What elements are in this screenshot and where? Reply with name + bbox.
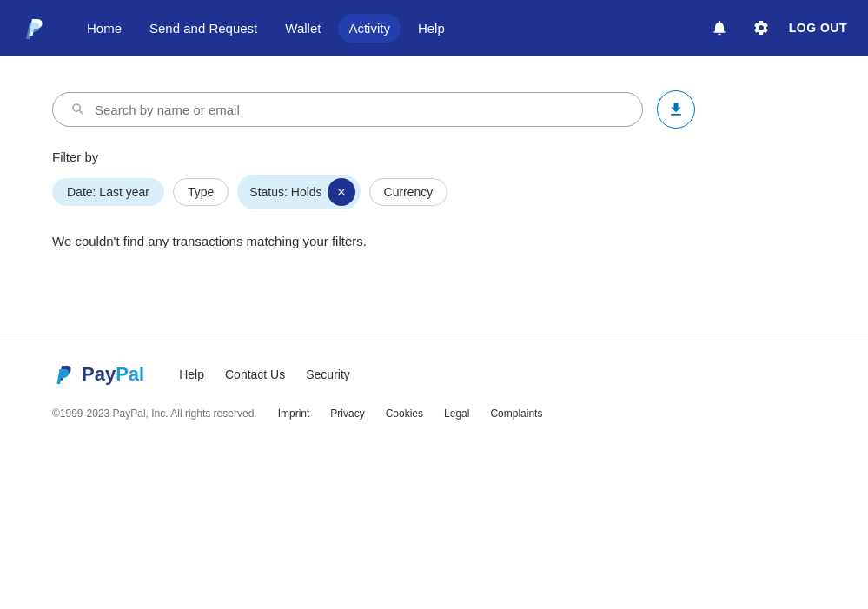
search-icon [70,102,86,117]
chip-type[interactable]: Type [173,178,229,206]
no-results-message: We couldn't find any transactions matchi… [52,234,816,248]
footer-link-security[interactable]: Security [306,367,350,381]
footer-cookies[interactable]: Cookies [386,407,423,420]
filter-chips: Date: Last year Type Status: Holds Curre… [52,175,816,209]
download-icon [667,101,685,118]
paypal-logo-icon [52,362,76,387]
nav-logo [21,14,49,42]
filter-label: Filter by [52,149,816,164]
nav-link-help[interactable]: Help [407,14,455,43]
chip-status-label: Status: Holds [249,185,321,199]
search-input[interactable] [95,103,625,117]
chip-status-group: Status: Holds [237,175,360,209]
chip-date[interactable]: Date: Last year [52,178,164,206]
nav-link-send-request[interactable]: Send and Request [139,14,268,43]
footer-privacy[interactable]: Privacy [330,407,364,420]
nav-right: LOG OUT [706,14,847,42]
copyright-text: ©1999-2023 PayPal, Inc. All rights reser… [52,407,257,420]
navbar: Home Send and Request Wallet Activity He… [0,0,868,56]
nav-link-home[interactable]: Home [76,14,132,43]
footer-legal[interactable]: Legal [444,407,469,420]
download-button[interactable] [657,90,695,129]
footer-link-contact[interactable]: Contact Us [225,367,285,381]
chip-currency[interactable]: Currency [369,178,448,206]
nav-link-wallet[interactable]: Wallet [275,14,331,43]
footer-complaints[interactable]: Complaints [490,407,542,420]
footer-links: Help Contact Us Security [179,367,350,381]
main-content: Filter by Date: Last year Type Status: H… [0,56,868,334]
footer-top: PayPal Help Contact Us Security [52,362,816,387]
search-bar-wrapper [52,92,643,127]
footer: PayPal Help Contact Us Security ©1999-20… [0,334,868,447]
footer-logo: PayPal [52,362,144,387]
settings-icon[interactable] [747,14,775,42]
close-icon [335,186,348,198]
footer-link-help[interactable]: Help [179,367,204,381]
chip-status-close-button[interactable] [328,178,355,206]
notification-icon[interactable] [706,14,733,42]
footer-imprint[interactable]: Imprint [278,407,310,420]
nav-link-activity[interactable]: Activity [338,14,401,43]
footer-bottom: ©1999-2023 PayPal, Inc. All rights reser… [52,407,816,420]
nav-links: Home Send and Request Wallet Activity He… [76,14,706,43]
footer-logo-text: PayPal [82,363,144,386]
logout-button[interactable]: LOG OUT [789,21,847,35]
search-bar-container [52,90,816,129]
